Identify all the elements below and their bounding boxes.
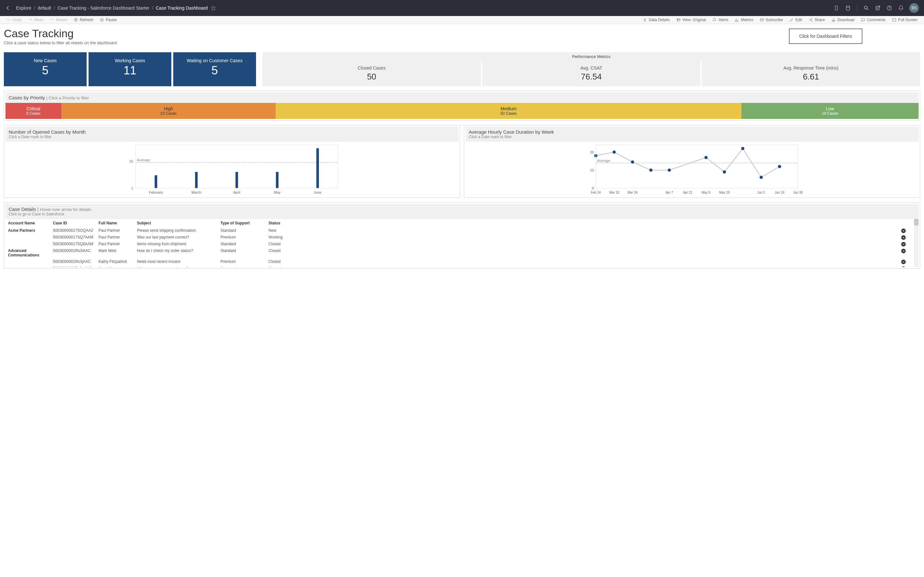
priority-seg-low[interactable]: Low19 Cases	[741, 103, 919, 119]
table-row[interactable]: 5003i000001Rs3uAAC Mark Metz What are yo…	[5, 265, 919, 267]
performance-header: Performance Metrics	[262, 52, 920, 61]
table-row[interactable]: 5003i0000017SQ8AAM Paul Partner Items mi…	[5, 241, 919, 247]
revert-button[interactable]: Revert	[47, 18, 70, 22]
performance-block: Performance Metrics Closed Cases 50 Avg.…	[262, 52, 920, 86]
table-row[interactable]: Advanced Communications 5003i000001Rs3iA…	[5, 247, 919, 258]
svg-rect-14	[832, 21, 835, 21]
bar-chart-head: Number of Opened Cases by Month Click a …	[5, 127, 459, 142]
breadcrumb-explore[interactable]: Explore	[16, 5, 31, 11]
scrollbar-track[interactable]	[914, 219, 919, 267]
refresh-button[interactable]: Refresh	[71, 18, 97, 22]
fullscreen-button[interactable]: Full Screen	[889, 18, 921, 22]
line-chart-body[interactable]: 01020AverageFeb 24Mar 10Mar 24Apr 7Apr 2…	[465, 142, 919, 196]
cell-status: Closed	[266, 241, 304, 247]
line-mark[interactable]	[759, 176, 762, 179]
svg-rect-16	[893, 19, 896, 21]
cell-caseid: 5003i0000017SQ7AAM	[50, 234, 96, 241]
table-row[interactable]: Acme Partners 5003i0000017SOQAA2 Paul Pa…	[5, 227, 919, 234]
table-row[interactable]: 5003i000001Rs3jAAC Kathy Fitzpatrick Nee…	[5, 258, 919, 265]
charts-row: Number of Opened Cases by Month Click a …	[4, 125, 920, 198]
line-mark[interactable]	[741, 147, 744, 150]
details-table-wrap: Account Name Case ID Full Name Subject T…	[5, 219, 919, 267]
bar-mark[interactable]	[317, 148, 319, 188]
svg-point-13	[811, 21, 812, 21]
bar-mark[interactable]	[236, 172, 238, 188]
status-tile-working[interactable]: Working Cases 11	[89, 52, 171, 86]
performance-tiles: Closed Cases 50 Avg. CSAT 76.54 Avg. Res…	[262, 61, 920, 86]
dashboard-filters-button[interactable]: Click for Dashboard Filters	[789, 29, 863, 44]
cell-account	[5, 258, 50, 265]
svg-point-12	[811, 18, 812, 19]
arrow-right-icon[interactable]: ➔	[901, 266, 906, 267]
priority-count: 6 Cases	[26, 111, 40, 116]
breadcrumb-default[interactable]: default	[37, 5, 51, 11]
cell-caseid: 5003i0000017SOQAA2	[50, 227, 96, 234]
arrow-right-icon[interactable]: ➔	[901, 229, 906, 233]
scrollbar-thumb[interactable]	[914, 219, 919, 226]
metrics-button[interactable]: Metrics	[732, 18, 756, 22]
line-mark[interactable]	[631, 160, 634, 163]
bar-mark[interactable]	[155, 175, 157, 188]
svg-text:20: 20	[590, 150, 594, 154]
svg-text:May 19: May 19	[719, 191, 730, 194]
tile-value: 11	[92, 64, 168, 77]
help-icon[interactable]	[884, 2, 895, 14]
svg-text:Mar 10: Mar 10	[609, 191, 620, 194]
svg-text:May: May	[274, 190, 281, 194]
priority-seg-critical[interactable]: Critical6 Cases	[5, 103, 61, 119]
cell-status: Closed	[266, 265, 304, 267]
bar-chart-body[interactable]: 110AverageFebruaryMarchAprilMayJune	[5, 142, 459, 196]
cell-caseid: 5003i0000017SQ8AAM	[50, 241, 96, 247]
bar-mark[interactable]	[276, 172, 278, 188]
edit-button[interactable]: Edit	[786, 18, 805, 22]
breadcrumb-sep: /	[53, 5, 55, 11]
view-button[interactable]: View: Original	[673, 18, 709, 22]
priority-seg-high[interactable]: High23 Cases	[61, 103, 276, 119]
favorite-star-icon[interactable]	[211, 5, 216, 11]
breadcrumb-workbook[interactable]: Case Tracking - Salesforce Dashboard Sta…	[57, 5, 149, 11]
data-source-icon[interactable]	[842, 2, 854, 14]
arrow-right-icon[interactable]: ➔	[901, 242, 906, 247]
arrow-right-icon[interactable]: ➔	[901, 249, 906, 253]
arrow-right-icon[interactable]: ➔	[901, 235, 906, 240]
status-tile-new[interactable]: New Cases 5	[4, 52, 87, 86]
priority-seg-medium[interactable]: Medium50 Cases	[276, 103, 741, 119]
line-mark[interactable]	[649, 169, 653, 172]
bar-mark[interactable]	[195, 172, 198, 188]
list-icon[interactable]	[872, 2, 884, 14]
page-subtitle: Click a case status below to filter all …	[4, 40, 117, 45]
data-details-button[interactable]: Data Details	[640, 18, 673, 22]
line-mark[interactable]	[723, 170, 726, 173]
toolbar: Undo Redo Revert Refresh Pause Data Deta…	[0, 16, 924, 24]
edit-label: Edit	[795, 18, 802, 22]
arrow-right-icon[interactable]: ➔	[901, 259, 906, 264]
back-arrow-icon[interactable]	[5, 5, 11, 11]
subscribe-button[interactable]: Subscribe	[756, 18, 786, 22]
line-mark[interactable]	[612, 151, 615, 154]
undo-button[interactable]: Undo	[3, 18, 25, 22]
pause-button[interactable]: Pause	[97, 18, 120, 22]
notifications-icon[interactable]	[895, 2, 907, 14]
download-button[interactable]: Download	[828, 18, 858, 22]
alerts-button[interactable]: Alerts	[709, 18, 732, 22]
cell-subject: What are your support hours?	[134, 265, 218, 267]
comments-button[interactable]: Comments	[858, 18, 889, 22]
line-mark[interactable]	[668, 169, 671, 172]
device-preview-icon[interactable]	[830, 2, 842, 14]
search-icon[interactable]	[861, 2, 872, 14]
user-avatar[interactable]: BS	[909, 3, 919, 13]
share-button[interactable]: Share	[805, 18, 828, 22]
share-label: Share	[814, 18, 825, 22]
status-tile-waiting[interactable]: Waiting on Customer Cases 5	[173, 52, 256, 86]
svg-text:Apr 21: Apr 21	[683, 191, 693, 194]
cell-subject: Was our last payment correct?	[134, 234, 218, 241]
tile-value: 5	[7, 64, 83, 77]
details-hint: Hover over arrow for details	[40, 207, 91, 212]
tile-value: 76.54	[485, 72, 698, 82]
svg-text:Mar 24: Mar 24	[628, 191, 638, 194]
redo-button[interactable]: Redo	[25, 18, 47, 22]
line-mark[interactable]	[778, 165, 781, 168]
line-mark[interactable]	[704, 156, 708, 159]
cell-support: Standard	[218, 241, 266, 247]
table-row[interactable]: 5003i0000017SQ7AAM Paul Partner Was our …	[5, 234, 919, 241]
